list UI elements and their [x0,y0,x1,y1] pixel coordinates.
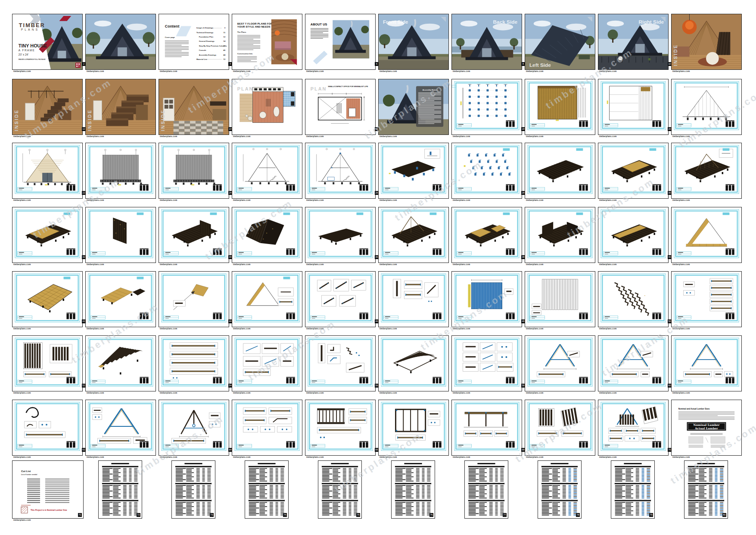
toc-item-label: Technical Drawings [196,31,214,34]
page-footer-url: timberplans.com [13,70,31,72]
cutlist-subheading: List of lumber needed [21,474,37,476]
about-photo [333,20,369,59]
floor-plan [240,88,295,123]
page-thumbnail-20-tech: 20timberplans.com [671,79,742,135]
plan-label: PLAN [237,86,253,91]
timberplans-logo-mark [286,184,295,191]
toc-item-page: 44 [223,54,225,56]
timberplans-logo-mark [506,120,514,127]
drawing-tag [64,213,71,215]
page-footer-url: timberplans.com [599,70,617,72]
page-number-badge: 24 [228,191,232,195]
page-number-badge: 56 [375,384,379,388]
toc-item-page: 12 [223,36,225,38]
timberplans-logo-mark [506,248,514,255]
page-thumbnail-32-tech: 32timberplans.com [85,207,156,263]
page-footer-url: timberplans.com [233,135,251,138]
page-thumbnail-19-tech: 19timberplans.com [598,79,669,135]
page-footer-url: timberplans.com [87,70,104,72]
timberplans-logo-mark [579,184,588,191]
page-thumbnail-25-tech: 25timberplans.com [305,143,376,199]
page-thumbnail-46-tech: 46timberplans.com [378,271,449,327]
notes-panel: Assembly Notes [416,86,443,127]
drawing-tag [64,277,71,279]
page-thumbnail-28-tech: 28timberplans.com [525,143,595,199]
page-number-badge: 58 [521,384,525,388]
page-thumbnail-8-photo-ext: Left Side8timberplans.com [525,14,595,70]
page-footer-url: timberplans.com [87,135,104,138]
page-number-badge: 32 [82,255,86,259]
page-thumbnail-63-tech: 63timberplans.com [159,400,229,456]
cutlist-note: This Project is in Nominal Lumber Size [31,509,67,511]
timberplans-logo-mark [725,313,734,319]
page-number-badge: 4 [228,62,232,66]
timberplans-logo-mark [66,184,75,191]
page-footer-url: timberplans.com [526,199,544,201]
page-footer-url: timberplans.com [87,263,104,266]
page-thumbnail-12-photo-int: INSIDE12timberplans.com [85,79,156,135]
page-thumbnail-7-photo-ext: Back Side7timberplans.com [451,14,522,70]
page-number-badge: 10 [668,62,672,66]
page-footer-url: timberplans.com [233,70,251,72]
timberplans-logo-mark [652,441,661,447]
page-thumbnail-74-table: 74 [245,460,289,519]
toc-item-label: Material List [196,58,207,60]
view-label: Back Side [493,19,517,25]
page-thumbnail-72-table: 72 [98,460,142,519]
page-thumbnail-43-tech: 43timberplans.com [159,271,229,327]
page-thumbnail-15-plan-dim: PLAN SMALL/COMPACT OFFICE FOR MINIMALIST… [305,79,376,135]
timberplans-logo-mark [579,248,588,255]
page-thumbnail-73-table: 73 [171,460,215,519]
page-number-badge: 2 [82,62,86,66]
timberplans-logo-mark [432,441,441,447]
page-thumbnail-21-tech: 21timberplans.com [12,143,83,199]
page-thumbnail-35-tech: 35timberplans.com [305,207,376,263]
timberplans-logo-mark [725,184,734,191]
timberplans-logo-mark [66,441,75,447]
plan-contact-sheet: TIMBER PLANS TINY HOUSE A FRAME 20' x 24… [0,0,756,535]
page-footer-url: timberplans.com [453,135,470,138]
page-footer-url: timberplans.com [526,263,544,266]
page-number-badge: 12 [82,127,86,131]
page-footer-url: timberplans.com [160,135,177,138]
page-thumbnail-30-tech: 30timberplans.com [671,143,742,199]
drawing-tag [650,148,656,151]
toc-item-page: 3 [224,27,226,29]
drawing-tag [503,213,510,215]
timberplans-logo-mark [286,313,295,319]
page-thumbnail-13-photo-int: INSIDE13timberplans.com [159,79,229,135]
page-thumbnail-79-table: 79 [611,460,655,519]
page-thumbnail-37-tech: 37timberplans.com [451,207,522,263]
page-thumbnail-31-tech: 31timberplans.com [12,207,83,263]
timberplans-logo-mark [286,441,295,447]
interior-photo [271,19,297,64]
page-number-badge: 46 [375,319,379,323]
inside-label: INSIDE [87,109,92,131]
timberplans-logo-mark [652,248,661,255]
page-number-badge: 73 [210,513,214,517]
page-footer-url: timberplans.com [233,392,251,394]
page-thumbnail-71-cutlist: Cut List List of lumber needed This Proj… [12,460,84,519]
toc-item-label: General Drawings [199,40,215,42]
drawing-tag [137,213,144,215]
timberplans-logo-mark [432,184,441,191]
page-footer-url: timberplans.com [599,392,617,394]
timberplans-logo-mark [725,377,734,383]
page-thumbnail-76-table: 76 [391,460,435,519]
page-thumbnail-53-tech: 53timberplans.com [159,335,229,391]
page-footer-url: timberplans.com [526,328,544,330]
page-thumbnail-47-tech: 47timberplans.com [451,271,522,327]
inside-label: INSIDE [14,109,19,131]
contents-heading: Content [165,25,180,29]
page-footer-url: timberplans.com [306,328,324,330]
timberplans-logo-mark [432,313,441,319]
plan-label: PLAN [311,86,327,91]
page-thumbnail-75-table: 75 [318,460,362,519]
page-footer-url: timberplans.com [599,263,617,266]
page-thumbnail-70-lumber-info: Nominal and Actual Lumber Sizes Nominal … [671,400,742,456]
page-thumbnail-41-tech: 41timberplans.com [12,271,83,327]
toc-item-page: 27 [223,45,225,47]
timberplans-logo-mark [66,377,75,383]
drawing-tag [576,213,583,215]
page-footer-url: timberplans.com [160,70,177,72]
